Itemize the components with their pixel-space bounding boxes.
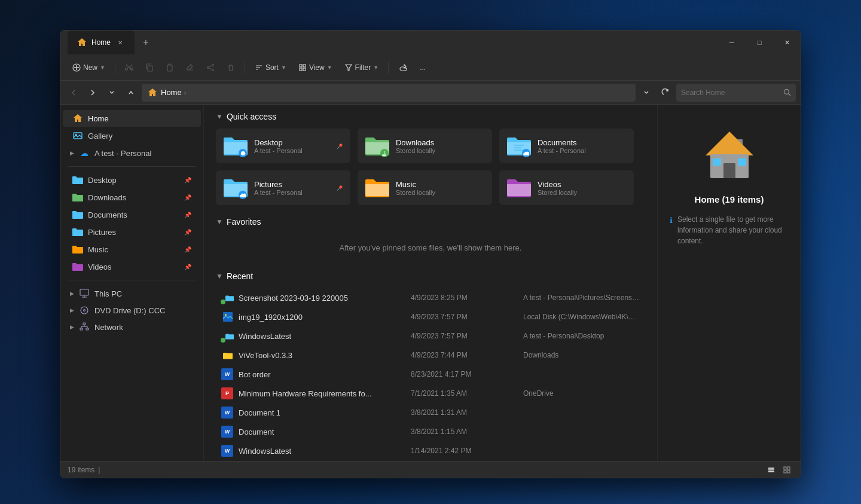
search-box[interactable] [676,84,796,102]
sidebar-item-desktop[interactable]: Desktop 📌 [63,172,201,188]
address-dropdown-button[interactable] [638,84,655,101]
sidebar-this-pc-header[interactable]: ▶ This PC [60,285,203,302]
desktop-folder-icon [72,175,83,185]
music-folder-sub: Stored locally [396,189,485,196]
filter-button[interactable]: Filter ▼ [340,58,384,77]
recent-row-4[interactable]: W Bot order 8/23/2021 4:17 PM [216,365,645,384]
new-button[interactable]: New ▼ [68,58,110,77]
dvd-icon [79,305,90,316]
paste-button[interactable] [161,58,179,77]
downloads-folder-info: Downloads Stored locally [396,138,485,154]
recent-name-7: Document [239,427,406,436]
recent-row-0[interactable]: Screenshot 2023-03-19 220005 4/9/2023 8:… [216,288,645,307]
recent-date-6: 3/8/2021 1:31 AM [411,408,518,417]
window-controls: ─ □ ✕ [718,30,801,54]
minimize-button[interactable]: ─ [718,30,746,54]
recent-header[interactable]: ▼ Recent [216,271,645,281]
recent-row-8[interactable]: W WindowsLatest 1/14/2021 2:42 PM [216,441,645,460]
sidebar-item-downloads[interactable]: Downloads 📌 [63,189,201,206]
forward-button[interactable] [84,84,101,101]
svg-rect-53 [784,471,786,473]
sidebar-network-header[interactable]: ▶ Network [60,319,203,335]
more-button[interactable]: ... [415,58,430,77]
documents-folder-svg [72,210,83,219]
recent-row-7[interactable]: W Document 3/8/2021 1:15 AM [216,422,645,441]
sidebar-item-gallery[interactable]: Gallery [63,127,201,144]
sidebar-dvd-expand-icon: ▶ [70,307,74,313]
svg-rect-34 [514,145,524,146]
downloads-folder-sub: Stored locally [396,147,485,154]
sidebar-item-music[interactable]: Music 📌 [63,241,201,258]
copy-button[interactable] [141,58,158,77]
toolbar-separator-2 [245,62,245,74]
recent-icon-8: W [221,444,234,457]
delete-button[interactable] [222,58,240,77]
rename-button[interactable] [181,58,199,77]
svg-line-19 [789,94,791,96]
home-large-icon [700,123,759,182]
sidebar-item-documents[interactable]: Documents 📌 [63,206,201,223]
svg-marker-17 [346,65,352,71]
pictures-folder-info: Pictures A test - Personal [254,180,330,196]
back-button[interactable] [65,84,82,101]
recent-row-2[interactable]: WindowsLatest 4/9/2023 7:57 PM A test - … [216,326,645,346]
address-bar-right [638,84,674,101]
new-tab-button[interactable]: + [137,33,155,51]
share-cloud-button[interactable] [393,58,413,77]
sidebar-item-home[interactable]: Home [63,110,201,127]
recent-location-5: OneDrive [523,389,640,398]
pdf-icon-5: P [221,387,233,399]
search-input[interactable] [681,88,780,97]
sort-button[interactable]: Sort ▼ [250,58,291,77]
recent-locations-button[interactable] [103,84,120,101]
tab-close-button[interactable]: ✕ [115,38,125,47]
cut-button[interactable] [120,58,138,77]
sidebar-downloads-label: Downloads [88,193,179,202]
folder-card-desktop[interactable]: Desktop A test - Personal 📍 [216,129,350,163]
quick-access-header[interactable]: ▼ Quick access [216,112,645,121]
view-button[interactable]: View ▼ [294,58,337,77]
sidebar-item-videos[interactable]: Videos 📌 [63,258,201,275]
pictures-folder-name: Pictures [254,180,330,189]
cloud-icon [523,151,529,155]
recent-location-0: A test - Personal\Pictures\Screenshots [523,294,640,302]
recent-date-8: 1/14/2021 2:42 PM [411,447,518,455]
downloads-folder-icon [72,192,83,203]
recent-row-1[interactable]: img19_1920x1200 4/9/2023 7:57 PM Local D… [216,307,645,326]
sidebar-desktop-label: Desktop [88,176,179,185]
maximize-button[interactable]: □ [746,30,773,54]
pictures-folder-svg [72,227,83,237]
close-button[interactable]: ✕ [773,30,801,54]
up-button[interactable] [123,84,139,101]
status-view-buttons [765,463,793,476]
sidebar-item-pictures[interactable]: Pictures 📌 [63,224,201,240]
folder-card-music[interactable]: Music Stored locally [358,170,492,205]
folder-card-videos[interactable]: Videos Stored locally [499,170,634,205]
recent-row-6[interactable]: W Document 1 3/8/2021 1:31 AM [216,403,645,422]
network-icon [79,322,90,332]
filter-chevron-icon: ▼ [373,65,378,71]
refresh-button[interactable] [657,84,674,101]
folder-card-documents[interactable]: Documents A test - Personal [499,129,634,163]
pictures-folder-icon-lg [223,175,248,200]
svg-rect-52 [787,467,790,469]
content-panel: ▼ Quick access [204,105,657,461]
documents-folder-info: Documents A test - Personal [538,138,627,154]
favorites-header[interactable]: ▼ Favorites [216,217,645,227]
downloads-folder-svg [72,193,83,202]
active-tab[interactable]: Home ✕ [68,30,135,54]
list-view-button[interactable] [765,463,778,476]
share-button[interactable] [201,58,219,77]
sidebar-divider-1 [68,166,196,167]
address-bar[interactable]: Home › [142,84,636,102]
folder-card-pictures[interactable]: Pictures A test - Personal 📍 [216,170,350,205]
main-area: Home Gallery ▶ ☁ A test - Personal Deskt… [60,105,801,461]
recent-row-5[interactable]: P Minimum Hardware Requirements fo... 7/… [216,384,645,403]
recent-row-3[interactable]: ViVeTool-v0.3.3 4/9/2023 7:44 PM Downloa… [216,346,645,365]
sidebar-a-test-header[interactable]: ▶ ☁ A test - Personal [60,145,203,161]
sidebar-dvd-header[interactable]: ▶ DVD Drive (D:) CCC [60,302,203,319]
grid-view-button[interactable] [780,463,793,476]
recent-icon-0 [221,291,234,304]
folder-card-downloads[interactable]: Downloads Stored locally [358,129,492,163]
word-icon-6: W [221,407,233,419]
